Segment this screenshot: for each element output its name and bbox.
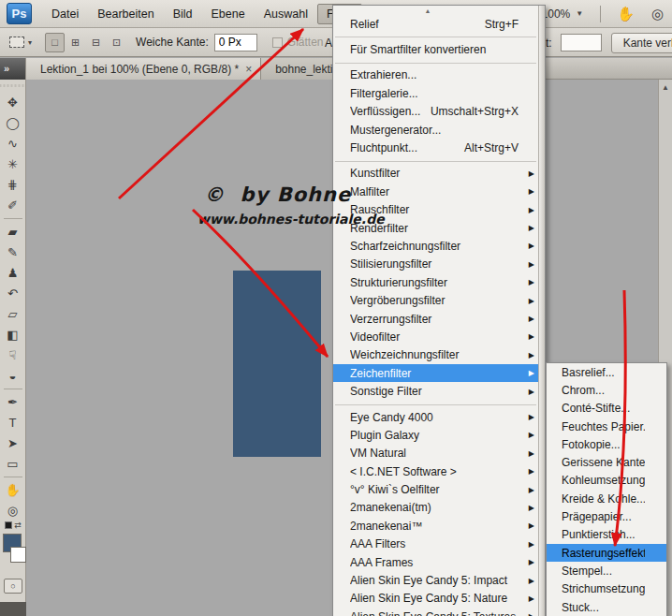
menubar-item-bild[interactable]: Bild	[164, 4, 202, 24]
shape-tool[interactable]: ▭	[0, 453, 25, 474]
type-tool[interactable]: T	[0, 412, 25, 433]
photoshop-logo: Ps	[7, 3, 32, 24]
menu-item[interactable]: Strukturierungsfilter ▶	[333, 273, 538, 291]
panel-collapse-header[interactable]: »	[0, 58, 25, 80]
menu-item[interactable]: Vergröberungsfilter ▶	[333, 291, 538, 309]
magnifier-icon[interactable]: ◎	[643, 6, 672, 22]
menu-item[interactable]: VM Natural ▶	[333, 445, 538, 462]
menu-item[interactable]: Filtergalerie...	[333, 84, 538, 102]
submenu-item[interactable]: Prägepapier...	[547, 507, 666, 525]
submenu-item[interactable]: Basrelief...	[547, 363, 666, 381]
submenu-item-rasterungseffekt[interactable]: Rasterungseffekt...	[547, 544, 666, 562]
menubar-item-bearbeiten[interactable]: Bearbeiten	[88, 4, 163, 24]
mini-foreground-swatch	[5, 521, 12, 529]
menu-item[interactable]: Extrahieren...	[333, 66, 538, 84]
menu-item[interactable]: Stilisierungsfilter ▶	[333, 256, 538, 273]
submenu-item[interactable]: Fotokopie...	[547, 435, 666, 453]
menu-item-zeichenfilter[interactable]: Zeichenfilter ▶	[333, 364, 538, 382]
selection-add-button[interactable]: ⊞	[66, 33, 85, 52]
document-tab-active[interactable]: Lektion_1 bei 100% (Ebene 0, RGB/8) * ×	[26, 58, 261, 80]
menu-item[interactable]: < I.C.NET Software > ▶	[333, 462, 538, 480]
submenu-item[interactable]: Punktierstich...	[547, 526, 666, 544]
menu-item[interactable]: Mustergenerator...	[333, 121, 538, 139]
menu-item[interactable]: °v° Kiwi`s Oelfilter ▶	[333, 480, 538, 498]
menu-item[interactable]: Alien Skin Eye Candy 5: Textures ▶	[333, 608, 538, 616]
menu-item[interactable]: Sonstige Filter ▶	[333, 382, 538, 400]
background-color-swatch[interactable]	[10, 547, 26, 563]
eraser-tool[interactable]: ▱	[0, 303, 25, 324]
menu-item[interactable]	[333, 33, 538, 40]
submenu-item[interactable]: Kohleumsetzung...	[547, 472, 666, 490]
menubar-items: DateiBearbeitenBildEbeneAuswahlFilter	[42, 4, 362, 24]
selection-subtract-button[interactable]: ⊟	[86, 33, 106, 52]
submenu-item[interactable]: Conté-Stifte...	[547, 400, 666, 418]
menu-item[interactable]: Scharfzeichnungsfilter ▶	[333, 237, 538, 255]
menu-item[interactable]: Verzerrungsfilter ▶	[333, 310, 538, 328]
menubar-item-datei[interactable]: Datei	[42, 4, 88, 24]
menu-item[interactable]: Renderfilter ▶	[333, 219, 538, 237]
pen-tool[interactable]: ✒	[0, 391, 25, 412]
menu-item[interactable]: Rauschfilter ▶	[333, 201, 538, 219]
hand-tool[interactable]: ✋	[0, 479, 25, 500]
submenu-item[interactable]: Stuck...	[547, 598, 666, 616]
menubar-item-ebene[interactable]: Ebene	[202, 4, 255, 24]
menu-item[interactable]: Fluchtpunkt... Alt+Strg+V	[333, 139, 538, 156]
height-input[interactable]	[561, 34, 602, 51]
menu-item[interactable]: Alien Skin Eye Candy 5: Nature ▶	[333, 590, 538, 608]
close-icon[interactable]: ×	[245, 63, 252, 76]
tool-preset-picker[interactable]: ▾	[6, 35, 36, 50]
hand-icon[interactable]: ✋	[608, 6, 643, 22]
lasso-tool[interactable]: ∿	[0, 133, 25, 154]
submenu-item[interactable]: Chrom...	[547, 381, 666, 399]
gradient-tool[interactable]: ◧	[0, 324, 25, 345]
menu-item[interactable]: Verflüssigen... Umschalt+Strg+X	[333, 103, 538, 121]
menu-item[interactable]: Plugin Galaxy ▶	[333, 426, 538, 444]
menu-item[interactable]: AAA Filters ▶	[333, 535, 538, 553]
dodge-tool[interactable]: ◒	[0, 365, 25, 386]
submenu-item[interactable]: Feuchtes Papier...	[547, 418, 666, 435]
menu-item[interactable]: Kunstfilter ▶	[333, 165, 538, 183]
menu-item[interactable]: Für Smartfilter konvertieren	[333, 40, 538, 58]
menu-item[interactable]: Videofilter ▶	[333, 328, 538, 345]
smudge-tool[interactable]: ☟	[0, 345, 25, 365]
submenu-item[interactable]: Kreide & Kohle...	[547, 490, 666, 507]
menu-item[interactable]: Alien Skin Eye Candy 5: Impact ▶	[333, 571, 538, 589]
refine-edge-button[interactable]: Kante verbessern...	[611, 33, 672, 53]
crop-tool[interactable]: ⋕	[0, 174, 25, 195]
move-tool[interactable]: ✥	[0, 92, 25, 112]
menu-item[interactable]	[333, 157, 538, 165]
magic-wand-tool[interactable]: ✳	[0, 154, 25, 174]
brush-tool[interactable]: ✎	[0, 242, 25, 262]
menu-item[interactable]	[333, 401, 538, 408]
history-brush-tool[interactable]: ↶	[0, 283, 25, 303]
default-colors-control[interactable]: ⇄	[0, 519, 26, 532]
zoom-tool[interactable]: ◎	[0, 500, 25, 521]
menu-item[interactable]	[333, 59, 538, 66]
swap-colors-icon: ⇄	[14, 521, 22, 530]
menu-item[interactable]: 2manekenai(tm) ▶	[333, 499, 538, 517]
selection-new-button[interactable]: □	[45, 33, 65, 52]
feather-input[interactable]	[214, 34, 257, 51]
menu-item[interactable]: Malfilter ▶	[333, 183, 538, 200]
antialias-checkbox[interactable]	[272, 37, 283, 48]
menu-item[interactable]: 2manekenai™ ▶	[333, 517, 538, 535]
path-selection-tool[interactable]: ➤	[0, 433, 25, 453]
toolbar-bottom-strip	[0, 602, 26, 616]
clone-stamp-tool[interactable]: ♟	[0, 262, 25, 283]
menu-scroll-up[interactable]: ▲	[333, 6, 538, 15]
tool-list: ✥◯∿✳⋕✐▰✎♟↶▱◧☟◒✒T➤▭✋◎	[0, 92, 25, 521]
menu-item[interactable]: Eye Candy 4000 ▶	[333, 408, 538, 426]
submenu-item[interactable]: Stempel...	[547, 562, 666, 579]
menubar-item-auswahl[interactable]: Auswahl	[255, 4, 317, 24]
eyedropper-tool[interactable]: ✐	[0, 195, 25, 215]
menu-item[interactable]: Relief Strg+F	[333, 15, 538, 33]
options-left-group: ▾ □⊞⊟⊡ Weiche Kante: Glätten	[0, 33, 324, 52]
healing-brush-tool[interactable]: ▰	[0, 221, 25, 242]
submenu-item[interactable]: Strichumsetzung...	[547, 580, 666, 598]
marquee-tool[interactable]: ◯	[0, 112, 25, 133]
menu-item[interactable]: Weichzeichnungsfilter ▶	[333, 346, 538, 364]
selection-intersect-button[interactable]: ⊡	[107, 33, 126, 52]
quick-mask-button[interactable]: ○	[4, 579, 22, 594]
menu-item[interactable]: AAA Frames ▶	[333, 553, 538, 571]
submenu-item[interactable]: Gerissene Kanten...	[547, 453, 666, 471]
